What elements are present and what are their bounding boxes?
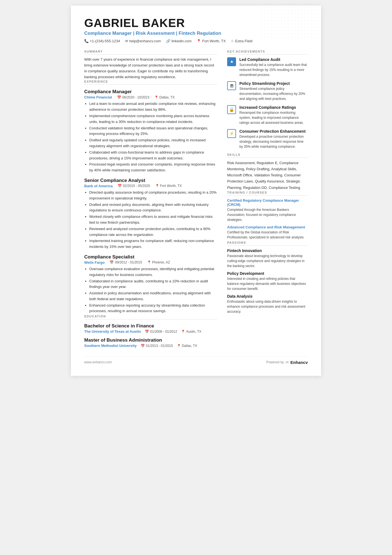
calendar-icon: 📅 [110,260,114,264]
bolt-icon: ⚡ [229,131,234,136]
job-bullets: Led a team to execute annual and periodi… [84,101,217,173]
right-column: KEY ACHIEVEMENTS ★ Led Compliance Audit … [227,50,308,348]
pin-icon: 📍 [147,260,151,264]
contact-phone: 📞 +1-(234)-555-1234 [84,39,120,43]
achievement-item: 🖹 Policy Streamlining Project Streamline… [227,81,308,101]
contact-location: 📍 Fort Worth, TX [197,39,226,43]
dot-decoration [260,6,321,39]
phone-icon: 📞 [84,39,89,43]
experience-section: EXPERIENCE Compliance Manager Chime Fina… [84,80,217,314]
achievement-icon-doc: 🖹 [227,81,236,90]
course-title: Certified Regulatory Compliance Manager … [227,198,308,207]
skills-section: SKILLS Risk Assessment, Regulation E, Co… [227,153,308,191]
footer-url: www.enhancv.com [84,360,112,364]
edu-meta: The University of Texas at Austin 📅 01/2… [84,329,217,334]
bullet-item: Collaborated with cross-functional teams… [89,150,217,161]
enhancv-brand: Enhancv [290,360,308,365]
achievements-section: KEY ACHIEVEMENTS ★ Led Compliance Audit … [227,50,308,149]
bullet-item: Oversaw compliance evaluation processes,… [89,266,217,278]
edu-item: Master of Business Administration Southe… [84,337,217,348]
job-meta: Wells Fargo 📅 09/2012 - 01/2015 📍 Phoeni… [84,260,217,265]
experience-label: EXPERIENCE [84,80,217,85]
achievement-item: 🔒 Increased Compliance Ratings Revamped … [227,105,308,125]
job-meta: Chime Financial 📅 06/2020 - 10/2023 📍 Da… [84,95,217,99]
page-footer: www.enhancv.com Powered by ∞ Enhancv [84,357,308,365]
achievement-icon-lock: 🔒 [227,105,236,114]
course-desc: Certified by the Global Association of R… [227,230,308,240]
achievement-content: Consumer Protection Enhancement Develope… [239,129,308,149]
edu-dates: 📅 01/2008 - 01/2012 [145,330,177,334]
passions-section: PASSIONS Fintech Innovation Passionate a… [227,241,308,314]
course-item: Certified Regulatory Compliance Manager … [227,198,308,222]
job-meta: Bank of America 📅 02/2015 - 05/2020 📍 Fo… [84,184,217,188]
lock-icon: 🔒 [229,107,234,112]
linkedin-icon: 🔗 [166,39,170,43]
passion-title: Data Analysis [227,294,308,299]
achievement-title: Increased Compliance Ratings [239,105,308,110]
achievement-title: Policy Streamlining Project [239,81,308,86]
calendar-icon: 📅 [145,330,149,334]
bullet-item: Drafted and revised policy documents, al… [89,202,217,214]
job-bullets: Oversaw compliance evaluation processes,… [84,266,217,314]
bullet-item: Implemented comprehensive compliance mon… [89,113,217,125]
main-layout: SUMMARY With over 7 years of experience … [84,50,308,348]
passion-desc: Enthusiastic about using data-driven ins… [227,299,308,314]
course-desc: Completed through the American Bankers A… [227,207,308,222]
job-company: Chime Financial [84,95,112,99]
enhancv-logo-icon: ∞ [286,360,289,365]
contact-extra: ☆ Extra Field [231,39,252,43]
summary-section: SUMMARY With over 7 years of experience … [84,50,217,80]
job-location: 📍 Dallas, TX [154,95,175,99]
powered-by-label: Powered by [266,360,284,364]
skills-label: SKILLS [227,153,308,158]
achievement-item: ⚡ Consumer Protection Enhancement Develo… [227,129,308,149]
achievement-desc: Developed a proactive consumer protectio… [239,134,308,149]
bullet-item: Processed legal requests and consumer co… [89,162,217,173]
job-location: 📍 Phoenix, AZ [147,260,170,264]
course-title: Advanced Compliance and Risk Management [227,225,308,229]
edu-dates: 📅 01/2013 - 01/2015 [141,344,173,348]
passion-title: Policy Development [227,271,308,276]
achievement-title: Led Compliance Audit [239,57,308,62]
document-icon: 🖹 [230,83,234,88]
bullet-item: Conducted validation testing for identif… [89,125,217,137]
job-dates: 📅 06/2020 - 10/2023 [117,95,149,99]
job-title: Compliance Specialist [84,254,217,260]
edu-school: Southern Methodist University [84,344,137,348]
summary-text: With over 7 years of experience in finan… [84,57,217,80]
edu-item: Bachelor of Science in Finance The Unive… [84,323,217,334]
bullet-item: Worked closely with compliance officers … [89,214,217,226]
pin-icon: 📍 [154,95,158,99]
skills-text: Risk Assessment, Regulation E, Complianc… [227,160,308,191]
edu-school: The University of Texas at Austin [84,329,141,334]
education-label: EDUCATION [84,315,217,319]
contact-email: ✉ help@enhancv.com [125,39,161,43]
bullet-item: Collaborated in compliance audits, contr… [89,278,217,290]
job-title: Senior Compliance Analyst [84,178,217,183]
bullet-item: Reviewed and analyzed consumer protectio… [89,226,217,238]
bullet-item: Assisted in policy documentation and mod… [89,290,217,302]
job-item: Compliance Specialist Wells Fargo 📅 09/2… [84,254,217,314]
achievement-icon-bolt: ⚡ [227,129,236,138]
job-bullets: Directed quality assurance testing of co… [84,190,217,250]
achievement-icon-star: ★ [227,57,236,66]
star-icon: ★ [230,59,234,64]
edu-degree: Bachelor of Science in Finance [84,323,217,329]
passion-item: Policy Development Interested in creatin… [227,271,308,291]
email-icon: ✉ [125,39,128,43]
bullet-item: Drafted and regularly updated compliance… [89,137,217,149]
calendar-icon: 📅 [117,95,121,99]
achievement-content: Policy Streamlining Project Streamlined … [239,81,308,101]
training-label: TRAINING / COURSES [227,191,308,196]
course-item: Advanced Compliance and Risk Management … [227,225,308,240]
location-icon: 📍 [197,39,201,43]
job-item: Senior Compliance Analyst Bank of Americ… [84,178,217,250]
passions-label: PASSIONS [227,241,308,246]
job-title: Compliance Manager [84,89,217,95]
pin-icon: 📍 [155,184,159,188]
passion-item: Fintech Innovation Passionate about leve… [227,248,308,268]
pin-icon: 📍 [177,344,181,348]
star-icon: ☆ [231,39,234,43]
achievement-desc: Successfully led a compliance audit team… [239,62,308,77]
achievement-title: Consumer Protection Enhancement [239,129,308,134]
